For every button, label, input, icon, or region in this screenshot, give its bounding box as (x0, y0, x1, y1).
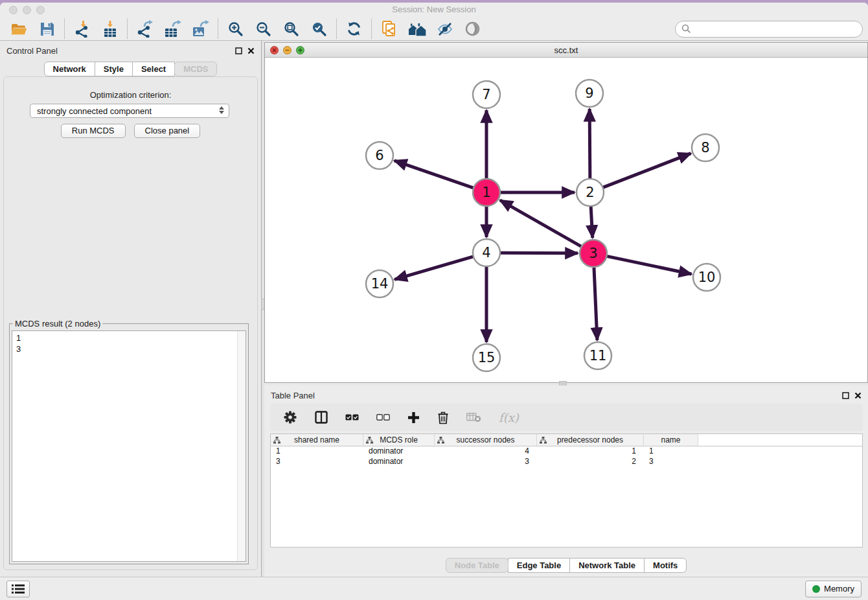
memory-button[interactable]: Memory (805, 581, 862, 597)
export-table-button[interactable] (159, 19, 187, 40)
graph-edge-4-3[interactable] (500, 253, 578, 253)
zoom-in-button[interactable] (222, 19, 249, 40)
float-panel-icon[interactable] (842, 392, 849, 399)
mcds-result-box[interactable]: 1 3 (12, 330, 246, 562)
close-panel-icon[interactable] (854, 392, 862, 399)
search-box (675, 21, 863, 38)
hide-panels-button[interactable] (431, 19, 459, 40)
show-graphics-button[interactable] (459, 19, 486, 40)
graph-edge-3-10[interactable] (607, 256, 692, 274)
table-row-1[interactable]: 3dominator323 (271, 457, 862, 467)
graph-node-label-10: 10 (698, 270, 716, 285)
memory-status-dot (812, 585, 820, 593)
deselect-all-columns-button[interactable] (376, 413, 390, 421)
table-toolbar: f(x) (270, 404, 863, 431)
node-table: shared nameMCDS rolesuccessor nodesprede… (270, 433, 863, 548)
delete-column-button[interactable] (437, 411, 449, 424)
header-filler (698, 434, 862, 446)
column-header-predecessor-nodes[interactable]: predecessor nodes (537, 434, 644, 446)
optimization-criterion-label: Optimization criterion: (4, 90, 257, 100)
plus-icon (407, 411, 420, 424)
table-options-button[interactable] (283, 410, 297, 424)
hierarchy-icon (366, 437, 373, 444)
export-table-icon (164, 20, 182, 38)
tab-network[interactable]: Network (44, 62, 95, 76)
column-label: shared name (294, 435, 339, 444)
column-label: predecessor nodes (557, 435, 623, 444)
table-cell: 1 (271, 446, 363, 457)
import-table-icon (102, 20, 119, 38)
table-header-row: shared nameMCDS rolesuccessor nodesprede… (271, 434, 862, 446)
trash-icon (437, 411, 449, 424)
graph-node-label-7: 7 (482, 87, 490, 102)
open-session-button[interactable] (5, 19, 33, 40)
graph-edge-3-11[interactable] (594, 267, 597, 340)
delete-table-icon (466, 412, 481, 422)
column-header-successor-nodes[interactable]: successor nodes (435, 434, 537, 446)
graph-node-label-9: 9 (585, 86, 593, 101)
graph-edge-2-9[interactable] (589, 109, 590, 179)
tab-mcds[interactable]: MCDS (174, 62, 217, 76)
graph-edge-1-6[interactable] (394, 161, 474, 188)
column-header-shared-name[interactable]: shared name (271, 434, 363, 446)
graph-node-label-8: 8 (701, 140, 709, 156)
task-history-button[interactable] (6, 581, 30, 597)
network-graph: 7968124314101511 (265, 58, 867, 382)
select-all-columns-button[interactable] (345, 413, 359, 421)
graph-edge-2-8[interactable] (603, 154, 691, 188)
right-area: scc.txt 7968124314101511 (264, 41, 868, 577)
tab-motifs[interactable]: Motifs (644, 558, 687, 573)
home-button[interactable] (403, 19, 431, 40)
graph-edge-2-3[interactable] (591, 206, 593, 238)
zoom-selected-button[interactable] (305, 19, 333, 40)
table-cell: 3 (435, 457, 537, 467)
duplicate-network-button[interactable] (375, 19, 403, 40)
graph-edge-3-1[interactable] (500, 200, 582, 247)
table-cell: 1 (644, 446, 698, 457)
graph-node-label-3: 3 (589, 246, 597, 261)
delete-table-button[interactable] (466, 412, 481, 422)
network-canvas[interactable]: 7968124314101511 (265, 58, 867, 382)
function-builder-button[interactable]: f(x) (499, 411, 519, 424)
export-network-button[interactable] (131, 19, 159, 40)
refresh-icon (346, 21, 362, 37)
save-floppy-icon (40, 21, 55, 37)
tab-network-table[interactable]: Network Table (569, 558, 645, 573)
columns-icon (315, 411, 328, 424)
tab-node-table[interactable]: Node Table (446, 558, 508, 573)
import-network-button[interactable] (68, 19, 96, 40)
apply-layout-button[interactable] (340, 19, 368, 40)
export-image-button[interactable] (187, 19, 214, 40)
mcds-result-line: 1 (16, 332, 242, 343)
column-header-MCDS-role[interactable]: MCDS role (363, 434, 435, 446)
network-view-title: scc.txt (265, 45, 867, 55)
close-panel-icon[interactable] (247, 47, 255, 54)
app-titlebar: Session: New Session (0, 3, 868, 17)
create-column-button[interactable] (407, 411, 420, 424)
save-session-button[interactable] (33, 19, 61, 40)
graph-edge-4-14[interactable] (394, 257, 474, 279)
column-header-name[interactable]: name (644, 434, 698, 446)
control-panel-header: Control Panel (6, 45, 255, 56)
run-mcds-button[interactable]: Run MCDS (61, 124, 126, 138)
network-window-titlebar: scc.txt (265, 43, 867, 58)
column-label: successor nodes (456, 435, 514, 444)
duplicate-network-icon (381, 20, 398, 38)
show-columns-button[interactable] (315, 411, 328, 424)
column-label: name (661, 435, 680, 444)
toolbar-separator (218, 19, 218, 39)
search-input[interactable] (694, 24, 856, 34)
tab-select[interactable]: Select (132, 62, 175, 76)
zoom-out-icon (255, 21, 271, 37)
criterion-select[interactable]: strongly connected component (30, 104, 229, 118)
zoom-fit-button[interactable] (277, 19, 305, 40)
tab-style[interactable]: Style (95, 62, 133, 76)
float-panel-icon[interactable] (235, 47, 242, 54)
result-scrollbar[interactable] (237, 331, 246, 561)
close-panel-button[interactable]: Close panel (134, 124, 201, 138)
import-table-button[interactable] (96, 19, 124, 40)
tab-edge-table[interactable]: Edge Table (508, 558, 570, 573)
zoom-out-button[interactable] (249, 19, 277, 40)
table-row-0[interactable]: 1dominator411 (271, 446, 862, 457)
toolbar-separator (64, 19, 65, 39)
